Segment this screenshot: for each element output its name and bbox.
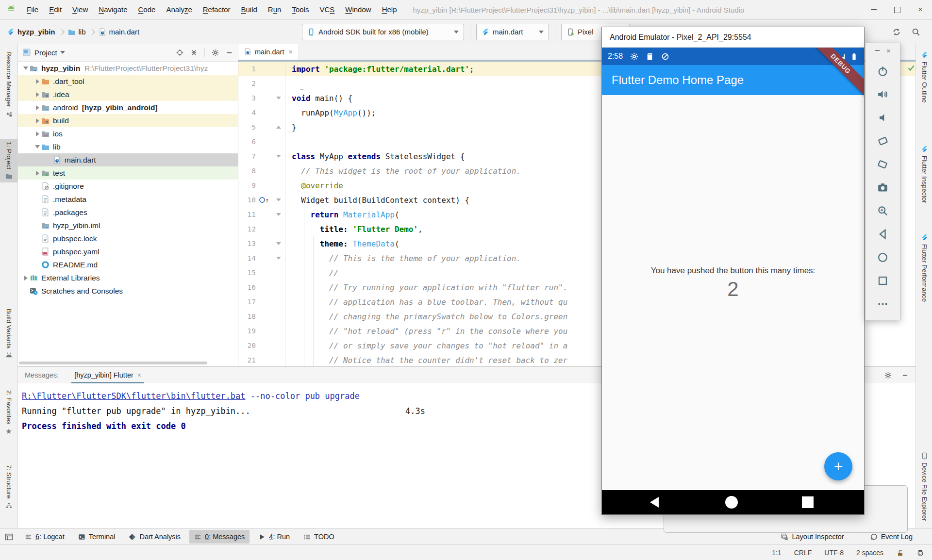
code-line-text[interactable]: // Try running your application with "fl…: [285, 283, 567, 292]
code-line-text[interactable]: // application has a blue toolbar. Then,…: [285, 297, 567, 307]
tree-item--metadata[interactable]: .metadata: [18, 193, 238, 206]
menu-item-file[interactable]: File: [21, 0, 44, 19]
tree-chevron-icon[interactable]: [33, 145, 41, 148]
tree-chevron-icon[interactable]: [33, 79, 41, 84]
tab-close-icon[interactable]: ×: [137, 371, 141, 379]
code-line-text[interactable]: //: [285, 268, 338, 278]
fab-increment-button[interactable]: +: [824, 452, 852, 480]
fold-toggle[interactable]: [272, 213, 285, 216]
emu-power-button[interactable]: [877, 66, 888, 79]
emu-nav-overview-button[interactable]: [877, 275, 888, 288]
emu-rotate-left-button[interactable]: [877, 135, 888, 148]
menu-item-vcs[interactable]: VCS: [314, 0, 340, 19]
settings-gear-icon[interactable]: [884, 372, 892, 379]
code-line-text[interactable]: Widget build(BuildContext context) {: [285, 196, 469, 205]
breadcrumb-item-hyzp_yibin[interactable]: hyzp_yibin: [17, 28, 55, 36]
code-line-text[interactable]: return MaterialApp(: [285, 210, 399, 219]
tree-item-readme-md[interactable]: README.md: [18, 258, 238, 271]
menu-item-edit[interactable]: Edit: [44, 0, 67, 19]
tree-item--idea[interactable]: .idea: [18, 88, 238, 101]
tree-item-main-dart[interactable]: main.dart: [18, 153, 238, 166]
hide-panel-icon[interactable]: [226, 49, 233, 56]
close-icon[interactable]: ×: [886, 47, 891, 54]
hide-panel-icon[interactable]: [901, 372, 909, 379]
emulator-screen[interactable]: 2:58 Flutter Demo Home Page DEBUG You ha…: [602, 48, 864, 514]
tree-chevron-icon[interactable]: [33, 118, 41, 123]
tool-button-0-messages[interactable]: 0: Messages: [189, 530, 250, 544]
sidebar-item-2-favorites[interactable]: 2: Favorites★: [0, 387, 17, 438]
sidebar-item-flutter-inspector[interactable]: Flutter Inspector: [916, 143, 932, 206]
tree-item-ios[interactable]: ios: [18, 127, 238, 140]
tree-chevron-icon[interactable]: [33, 132, 41, 136]
tree-chevron-icon[interactable]: [33, 171, 41, 176]
tool-button-terminal[interactable]: Terminal: [73, 530, 120, 544]
close-button[interactable]: ×: [909, 0, 932, 19]
menu-item-tools[interactable]: Tools: [286, 0, 314, 19]
code-line-text[interactable]: runApp(MyApp());: [285, 108, 376, 117]
settings-gear-icon[interactable]: [212, 49, 219, 56]
code-line-text[interactable]: void main() {: [285, 94, 352, 103]
unlocked-icon[interactable]: [896, 549, 904, 557]
menu-item-refactor[interactable]: Refactor: [198, 0, 236, 19]
nav-back-icon[interactable]: [650, 497, 659, 508]
sync-icon[interactable]: [892, 28, 901, 36]
fold-toggle[interactable]: [272, 126, 285, 129]
tool-button-6-logcat[interactable]: 6: Logcat: [20, 530, 69, 544]
status-indent-size[interactable]: 2 spaces: [856, 549, 883, 557]
code-line-text[interactable]: theme: ThemeData(: [285, 239, 399, 248]
emu-nav-back-button[interactable]: [877, 229, 888, 242]
tool-window-switcher-icon[interactable]: [5, 533, 13, 541]
minimize-icon[interactable]: [875, 50, 880, 51]
code-line-text[interactable]: // "hot reload" (press "r" in the consol…: [285, 327, 567, 336]
fold-toggle[interactable]: [272, 257, 285, 260]
menu-item-code[interactable]: Code: [133, 0, 161, 19]
sidebar-item-flutter-outline[interactable]: Flutter Outline: [916, 49, 932, 106]
tree-item--gitignore[interactable]: .gitignore: [18, 180, 238, 193]
emu-nav-home-button[interactable]: [877, 252, 888, 265]
tree-chevron-icon[interactable]: [22, 276, 30, 280]
tab-main-dart[interactable]: main.dart ×: [238, 44, 299, 60]
tree-item-scratches-and-consoles[interactable]: Scratches and Consoles: [18, 284, 238, 297]
fold-toggle[interactable]: [272, 198, 285, 201]
breadcrumb-item-lib[interactable]: lib: [79, 28, 86, 36]
locate-file-icon[interactable]: [176, 49, 183, 56]
code-line-text[interactable]: // Notice that the counter didn't reset …: [285, 356, 567, 365]
breadcrumb-item-main.dart[interactable]: main.dart: [109, 28, 140, 36]
tool-button-4-run[interactable]: 4: Run: [253, 530, 295, 544]
fold-toggle[interactable]: [272, 242, 285, 245]
ide-fatal-errors-icon[interactable]: [916, 549, 924, 557]
project-panel-title[interactable]: Project: [34, 49, 57, 57]
tree-item-hyzp-yibin-iml[interactable]: hyzp_yibin.iml: [18, 219, 238, 232]
flutter-output-tab[interactable]: [hyzp_yibin] Flutter ×: [71, 367, 144, 383]
tree-item-test[interactable]: test: [18, 166, 238, 180]
minimize-button[interactable]: [862, 0, 885, 19]
emulator-title-bar[interactable]: Android Emulator - Pixel_2_API_29:5554: [602, 27, 864, 48]
tree-chevron-icon[interactable]: [33, 92, 41, 97]
tree-item-external-libraries[interactable]: External Libraries: [18, 271, 238, 284]
device-selector[interactable]: Android SDK built for x86 (mobile): [302, 24, 464, 40]
emu-more-button[interactable]: [877, 298, 888, 312]
run-config-selector[interactable]: main.dart: [476, 24, 549, 40]
maximize-button[interactable]: [885, 0, 909, 19]
horizontal-scrollbar[interactable]: [19, 362, 207, 364]
code-line-text[interactable]: @override: [285, 181, 343, 190]
fold-toggle[interactable]: [272, 155, 285, 158]
menu-item-build[interactable]: Build: [235, 0, 262, 19]
sidebar-item-device-file-explorer[interactable]: Device File Explorer: [916, 449, 932, 524]
tool-button-dart-analysis[interactable]: Dart Analysis: [124, 530, 185, 544]
sidebar-item-resource-manager[interactable]: Resource Manager: [0, 49, 17, 120]
menu-item-navigate[interactable]: Navigate: [93, 0, 133, 19]
code-line-text[interactable]: }: [285, 123, 297, 132]
tree-item-android[interactable]: android[hyzp_yibin_android]: [18, 101, 238, 114]
status-line-separator[interactable]: CRLF: [794, 549, 812, 557]
tree-item-lib[interactable]: lib: [18, 140, 238, 153]
emu-volume-down-button[interactable]: [877, 112, 888, 125]
menu-item-window[interactable]: Window: [340, 0, 376, 19]
tree-item-build[interactable]: build: [18, 114, 238, 127]
status-caret-position[interactable]: 1:1: [772, 549, 781, 557]
menu-item-view[interactable]: View: [67, 0, 93, 19]
code-line-text[interactable]: // This widget is the root of your appli…: [285, 166, 521, 176]
fold-toggle[interactable]: [272, 97, 285, 99]
nav-overview-icon[interactable]: [802, 496, 814, 508]
tree-item--dart-tool[interactable]: .dart_tool: [18, 75, 238, 88]
